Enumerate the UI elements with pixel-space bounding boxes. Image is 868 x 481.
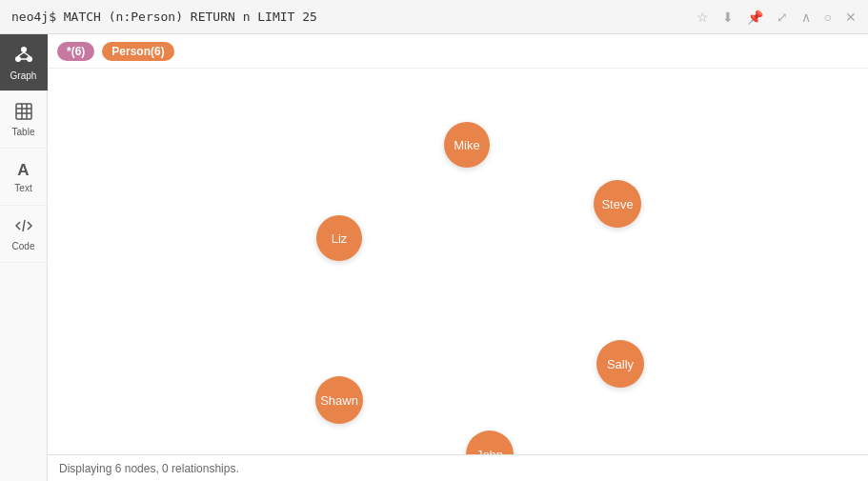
- sidebar: Graph Table A Text: [0, 34, 48, 481]
- status-text: Displaying 6 nodes, 0 relationships.: [59, 462, 239, 475]
- sidebar-text-label: Text: [14, 183, 31, 193]
- up-icon[interactable]: ∧: [801, 10, 811, 25]
- sidebar-graph-label: Graph: [10, 70, 37, 81]
- star-icon[interactable]: ☆: [696, 10, 709, 25]
- sidebar-item-code[interactable]: Code: [0, 206, 48, 263]
- svg-line-3: [18, 52, 24, 56]
- pin-icon[interactable]: 📌: [747, 10, 763, 25]
- graph-canvas: MikeSteveLizSallyShawnJohn: [48, 69, 868, 454]
- person-badge[interactable]: Person(6): [102, 42, 173, 61]
- node-sally[interactable]: Sally: [596, 340, 644, 388]
- graph-icon: [14, 45, 33, 68]
- main-area: Graph Table A Text: [0, 34, 868, 481]
- query-text: neo4j$ MATCH (n:Person) RETURN n LIMIT 2…: [11, 10, 317, 24]
- svg-line-11: [23, 220, 25, 231]
- node-mike[interactable]: Mike: [444, 122, 490, 168]
- sidebar-item-graph[interactable]: Graph: [0, 34, 48, 91]
- close-icon[interactable]: ✕: [845, 10, 857, 25]
- node-steve[interactable]: Steve: [594, 180, 641, 228]
- all-badge[interactable]: *(6): [57, 42, 94, 61]
- sidebar-table-label: Table: [12, 127, 35, 137]
- sidebar-item-table[interactable]: Table: [0, 91, 48, 149]
- top-actions: ☆ ⬇ 📌 ⤢ ∧ ○ ✕: [696, 10, 857, 25]
- node-shawn[interactable]: Shawn: [315, 376, 363, 424]
- sidebar-code-label: Code: [12, 241, 35, 251]
- filter-bar: *(6) Person(6): [48, 34, 868, 69]
- expand-icon[interactable]: ⤢: [777, 10, 788, 25]
- node-john[interactable]: John: [466, 431, 514, 454]
- download-icon[interactable]: ⬇: [722, 10, 734, 25]
- node-liz[interactable]: Liz: [316, 215, 362, 261]
- top-bar: neo4j$ MATCH (n:Person) RETURN n LIMIT 2…: [0, 0, 868, 34]
- code-icon: [15, 217, 32, 238]
- sidebar-item-text[interactable]: A Text: [0, 149, 48, 206]
- refresh-icon[interactable]: ○: [824, 10, 832, 25]
- text-icon: A: [17, 161, 29, 180]
- svg-rect-6: [16, 104, 31, 119]
- status-bar: Displaying 6 nodes, 0 relationships.: [48, 454, 868, 481]
- svg-point-0: [21, 47, 27, 52]
- table-icon: [15, 103, 32, 124]
- content-area: *(6) Person(6) MikeSteveLizSallyShawnJoh…: [48, 34, 868, 481]
- svg-line-4: [24, 52, 30, 56]
